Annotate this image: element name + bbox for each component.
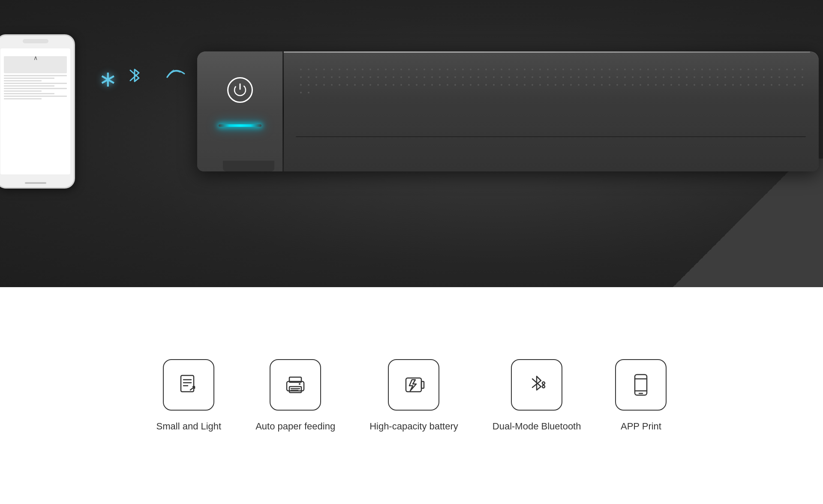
- hero-section: ∧ ∗: [0, 0, 823, 287]
- bluetooth-symbol: [123, 64, 146, 87]
- dot-matrix-dot: [786, 76, 788, 78]
- dot-matrix-dot: [532, 76, 533, 78]
- dot-matrix-dot: [400, 84, 402, 86]
- dot-matrix-dot: [748, 76, 749, 78]
- dot-matrix-dot: [802, 84, 803, 86]
- dot-matrix-dot: [424, 76, 425, 78]
- dot-matrix-dot: [570, 69, 572, 70]
- dot-matrix-dot: [354, 76, 356, 78]
- dot-matrix-dot: [478, 69, 479, 70]
- dot-matrix-dot: [400, 69, 402, 70]
- dot-matrix-dot: [755, 84, 757, 86]
- svg-rect-8: [289, 387, 301, 393]
- dot-matrix-dot: [593, 76, 595, 78]
- dot-matrix-dot: [655, 84, 657, 86]
- dot-matrix-dot: [493, 84, 495, 86]
- dot-matrix-dot: [478, 76, 479, 78]
- dot-matrix-dot: [601, 76, 603, 78]
- dot-matrix-dot: [678, 69, 680, 70]
- dot-matrix-dot: [508, 84, 510, 86]
- dot-matrix-dot: [763, 69, 765, 70]
- svg-rect-13: [421, 381, 424, 388]
- small-light-icon: [175, 371, 202, 399]
- dot-matrix-dot: [362, 76, 363, 78]
- dot-matrix-dot: [578, 76, 580, 78]
- dot-matrix-dot: [717, 84, 718, 86]
- dot-matrix-dot: [385, 69, 387, 70]
- dot-matrix-dot: [555, 76, 556, 78]
- dot-matrix-dot: [524, 76, 526, 78]
- small-light-label: Small and Light: [156, 421, 222, 432]
- dot-matrix-dot: [748, 84, 749, 86]
- dot-matrix-dot: [315, 69, 317, 70]
- dot-matrix-dot: [508, 69, 510, 70]
- printer-left-panel: [197, 51, 283, 171]
- dot-matrix-dot: [632, 76, 634, 78]
- dot-matrix-dot: [416, 76, 418, 78]
- dot-matrix-dot: [732, 76, 734, 78]
- dot-matrix-dot: [562, 84, 564, 86]
- svg-point-14: [542, 382, 545, 384]
- dot-matrix-dot: [555, 69, 556, 70]
- dot-matrix-dot: [570, 84, 572, 86]
- dot-matrix-dot: [586, 76, 587, 78]
- dot-matrix-dot: [786, 84, 788, 86]
- feature-app-print: APP Print: [615, 359, 667, 432]
- dot-matrix-dot: [447, 76, 448, 78]
- dot-matrix-dot: [632, 69, 634, 70]
- dot-matrix-dot: [454, 84, 456, 86]
- dot-matrix-dot: [609, 84, 610, 86]
- dot-matrix-dot: [300, 84, 302, 86]
- dot-matrix-dot: [385, 76, 387, 78]
- dot-matrix-dot: [555, 84, 556, 86]
- dot-matrix-dot: [609, 76, 610, 78]
- dot-matrix-dot: [724, 76, 726, 78]
- features-row: Small and Light Auto paper feeding: [156, 359, 667, 432]
- dot-matrix-dot: [424, 84, 425, 86]
- printer-base: [223, 161, 274, 171]
- dot-matrix-dot: [701, 84, 703, 86]
- dot-matrix-dot: [701, 76, 703, 78]
- dot-matrix-dot: [663, 76, 664, 78]
- dot-matrix-dot: [346, 76, 348, 78]
- dot-matrix-dot: [462, 76, 464, 78]
- dot-matrix-dot: [377, 84, 379, 86]
- app-print-icon: [627, 371, 655, 399]
- feature-small-light: Small and Light: [156, 359, 222, 432]
- dot-matrix-dot: [593, 84, 595, 86]
- dot-matrix-dot: [771, 76, 772, 78]
- smartphone-image: ∧: [0, 34, 86, 189]
- dot-matrix-dot: [400, 76, 402, 78]
- paper-slot: [296, 136, 806, 137]
- dot-matrix-dot: [308, 69, 309, 70]
- dot-matrix-dot: [462, 84, 464, 86]
- svg-rect-16: [635, 375, 647, 395]
- dot-matrix-dot: [740, 84, 742, 86]
- printer-body: [197, 51, 819, 171]
- dot-matrix-dot: [640, 69, 641, 70]
- dot-matrix-dot: [393, 76, 394, 78]
- printer-device: [197, 26, 823, 210]
- dot-matrix-dot: [717, 69, 718, 70]
- dot-matrix-dot: [670, 84, 672, 86]
- dot-matrix-dot: [308, 92, 309, 93]
- led-indicator: [219, 124, 261, 127]
- dot-matrix-dot: [624, 76, 626, 78]
- dot-matrix-dot: [532, 69, 533, 70]
- dot-matrix-dot: [339, 84, 340, 86]
- dot-matrix-dot: [424, 69, 425, 70]
- dot-matrix-dot: [323, 84, 325, 86]
- dot-matrix-dot: [802, 76, 803, 78]
- dot-matrix-dot: [701, 69, 703, 70]
- dot-matrix-dot: [354, 84, 356, 86]
- dot-matrix-dot: [647, 69, 649, 70]
- dot-matrix-dot: [655, 69, 657, 70]
- dot-matrix-dot: [640, 84, 641, 86]
- dot-matrix-dot: [339, 76, 340, 78]
- dot-matrix-dot: [709, 84, 711, 86]
- dot-matrix-dot: [686, 69, 688, 70]
- dot-matrix-dot: [786, 69, 788, 70]
- dot-matrix-dot: [670, 69, 672, 70]
- dot-matrix-dot: [663, 84, 664, 86]
- dot-matrix-dot: [694, 69, 695, 70]
